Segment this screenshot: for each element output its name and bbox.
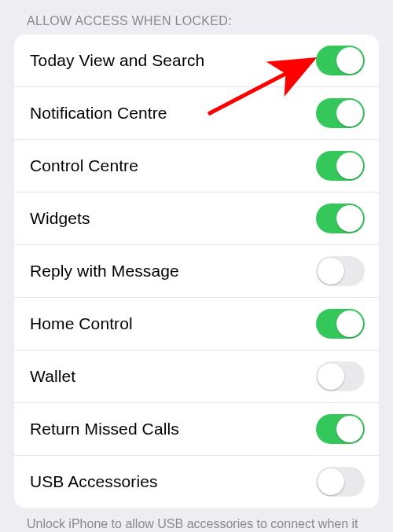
settings-row: Home Control bbox=[14, 298, 379, 350]
settings-row: Wallet bbox=[14, 350, 379, 403]
row-label: USB Accessories bbox=[30, 472, 158, 491]
section-header: ALLOW ACCESS WHEN LOCKED: bbox=[0, 0, 393, 35]
toggle-knob bbox=[336, 100, 363, 127]
toggle-switch[interactable] bbox=[316, 414, 365, 444]
settings-row: Return Missed Calls bbox=[14, 403, 379, 456]
settings-list: Today View and SearchNotification Centre… bbox=[14, 35, 379, 508]
toggle-switch[interactable] bbox=[316, 256, 365, 286]
settings-row: Notification Centre bbox=[14, 87, 379, 140]
toggle-switch[interactable] bbox=[316, 204, 365, 233]
row-label: Widgets bbox=[30, 209, 90, 228]
row-label: Control Centre bbox=[30, 156, 138, 175]
row-label: Reply with Message bbox=[30, 262, 179, 281]
toggle-switch[interactable] bbox=[316, 46, 365, 75]
row-label: Today View and Search bbox=[30, 51, 204, 70]
row-label: Wallet bbox=[30, 367, 75, 386]
toggle-knob bbox=[336, 205, 363, 232]
toggle-knob bbox=[318, 258, 344, 284]
toggle-switch[interactable] bbox=[316, 361, 365, 391]
settings-row: Control Centre bbox=[14, 140, 379, 193]
settings-row: Widgets bbox=[14, 193, 379, 245]
toggle-switch[interactable] bbox=[316, 151, 365, 181]
toggle-knob bbox=[336, 416, 363, 442]
toggle-knob bbox=[336, 47, 363, 74]
row-label: Home Control bbox=[30, 314, 133, 333]
toggle-knob bbox=[318, 468, 344, 495]
toggle-knob bbox=[336, 310, 363, 337]
toggle-knob bbox=[336, 152, 363, 179]
footer-note: Unlock iPhone to allow USB accessories t… bbox=[0, 508, 393, 532]
toggle-switch[interactable] bbox=[316, 98, 365, 128]
row-label: Notification Centre bbox=[30, 104, 167, 123]
row-label: Return Missed Calls bbox=[30, 420, 179, 438]
toggle-switch[interactable] bbox=[316, 309, 365, 339]
toggle-switch[interactable] bbox=[316, 467, 365, 497]
settings-row: Today View and Search bbox=[14, 35, 379, 87]
settings-row: USB Accessories bbox=[14, 456, 379, 508]
settings-row: Reply with Message bbox=[14, 245, 379, 298]
toggle-knob bbox=[318, 363, 344, 390]
